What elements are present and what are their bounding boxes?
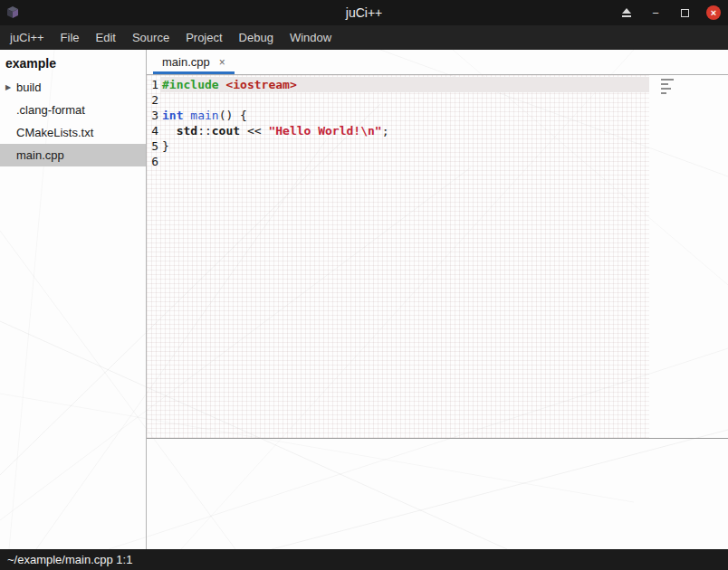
code-area[interactable]: 1#include <iostream>23int main() {4 std:… bbox=[147, 75, 649, 438]
tree-item-label: .clang-format bbox=[16, 103, 85, 117]
content-area: example ▶build.clang-formatCMakeLists.tx… bbox=[0, 50, 728, 549]
minimap bbox=[661, 79, 681, 94]
menu-item-debug[interactable]: Debug bbox=[231, 25, 282, 50]
code-token-ns: std bbox=[177, 124, 197, 138]
tree-item-label: CMakeLists.txt bbox=[16, 126, 93, 139]
code-line-1: 1#include <iostream> bbox=[147, 77, 649, 92]
tab-close-icon[interactable]: × bbox=[219, 56, 225, 69]
tab-bar: main.cpp × bbox=[147, 50, 728, 75]
line-number: 5 bbox=[147, 138, 160, 154]
status-bar: ~/example/main.cpp 1:1 bbox=[0, 549, 728, 570]
code-text: int main() { bbox=[160, 108, 649, 123]
tree-item-clang-format[interactable]: .clang-format bbox=[0, 99, 146, 121]
code-line-5: 5} bbox=[147, 138, 649, 154]
code-token-plain: :: bbox=[197, 124, 212, 138]
line-number: 6 bbox=[147, 154, 160, 169]
menu-item-source[interactable]: Source bbox=[124, 25, 177, 50]
file-tree-sidebar: example ▶build.clang-formatCMakeLists.tx… bbox=[0, 50, 147, 549]
code-text bbox=[160, 154, 649, 169]
maximize-button[interactable] bbox=[677, 5, 692, 20]
menubar: juCi++FileEditSourceProjectDebugWindow bbox=[0, 25, 728, 50]
tab-label: main.cpp bbox=[162, 55, 210, 69]
code-token-plain: () { bbox=[219, 109, 247, 122]
code-line-6: 6 bbox=[147, 154, 649, 169]
code-token-str: "Hello World!\n" bbox=[268, 124, 381, 138]
status-file-position: ~/example/main.cpp 1:1 bbox=[7, 553, 132, 566]
minimap-mark bbox=[661, 92, 666, 94]
tree-item-main-cpp[interactable]: main.cpp bbox=[0, 144, 146, 166]
code-text: } bbox=[160, 138, 649, 154]
menu-item-edit[interactable]: Edit bbox=[88, 25, 124, 50]
maximize-icon bbox=[681, 9, 689, 17]
minimize-button[interactable]: − bbox=[648, 5, 663, 20]
menu-item-project[interactable]: Project bbox=[177, 25, 230, 50]
code-token-plain: << bbox=[240, 124, 268, 138]
code-token-kw: int bbox=[162, 109, 183, 122]
tree-item-build[interactable]: ▶build bbox=[0, 76, 146, 99]
code-text: std::cout << "Hello World!\n"; bbox=[160, 123, 649, 138]
code-line-3: 3int main() { bbox=[147, 108, 649, 123]
keep-above-icon[interactable] bbox=[619, 5, 634, 20]
code-line-4: 4 std::cout << "Hello World!\n"; bbox=[147, 123, 649, 138]
line-number: 1 bbox=[147, 77, 160, 92]
main-pane: main.cpp × 1#include <iostream>23int mai… bbox=[147, 50, 728, 549]
code-editor[interactable]: 1#include <iostream>23int main() {4 std:… bbox=[147, 75, 728, 438]
code-token-preproc: #include bbox=[162, 78, 219, 91]
code-token-fn: main bbox=[190, 109, 218, 122]
menu-item-window[interactable]: Window bbox=[282, 25, 340, 50]
app-window: juCi++ − × juCi++FileEditSourceProjectDe… bbox=[0, 0, 728, 570]
line-number: 3 bbox=[147, 108, 160, 123]
tree-root-folder[interactable]: example bbox=[0, 52, 146, 76]
line-number: 2 bbox=[147, 92, 160, 108]
code-text: #include <iostream> bbox=[160, 77, 649, 92]
window-controls: − × bbox=[619, 0, 721, 25]
tab-main-cpp[interactable]: main.cpp × bbox=[153, 50, 235, 74]
tree-item-cmakelists-txt[interactable]: CMakeLists.txt bbox=[0, 121, 146, 144]
minimap-mark bbox=[661, 83, 668, 85]
code-token-plain: ; bbox=[382, 124, 389, 138]
titlebar[interactable]: juCi++ − × bbox=[0, 0, 728, 25]
tree-items: ▶build.clang-formatCMakeLists.txtmain.cp… bbox=[0, 76, 146, 166]
tree-item-label: main.cpp bbox=[16, 148, 64, 162]
menu-item-juci[interactable]: juCi++ bbox=[2, 25, 53, 50]
app-logo-icon bbox=[5, 5, 20, 20]
code-token-plain: } bbox=[162, 139, 169, 153]
expander-icon[interactable]: ▶ bbox=[0, 83, 16, 91]
terminal-panel[interactable] bbox=[147, 438, 728, 549]
code-token-ns: cout bbox=[212, 124, 240, 138]
code-token-incl: <iostream> bbox=[225, 78, 296, 91]
tree-item-label: build bbox=[16, 81, 41, 94]
line-number: 4 bbox=[147, 123, 160, 138]
code-text bbox=[160, 92, 649, 108]
minimap-mark bbox=[661, 88, 671, 90]
minimap-mark bbox=[661, 79, 674, 81]
code-line-2: 2 bbox=[147, 92, 649, 108]
menu-item-file[interactable]: File bbox=[53, 25, 88, 50]
close-button[interactable]: × bbox=[706, 5, 721, 20]
code-token-plain bbox=[162, 124, 177, 138]
